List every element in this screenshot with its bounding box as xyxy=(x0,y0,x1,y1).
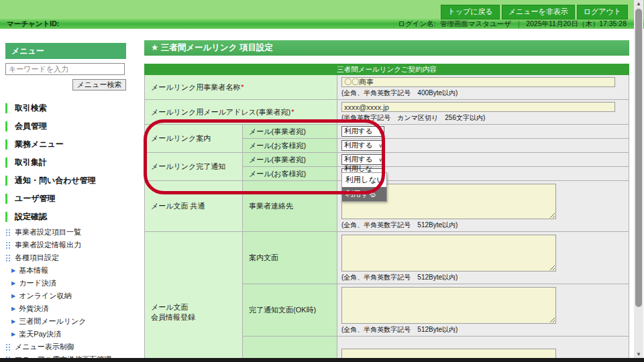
guide-text-sub-cell: 案内文面 xyxy=(243,232,337,284)
logout-button[interactable]: ログアウト xyxy=(577,5,628,19)
sidebar-item-rakuten-pay[interactable]: ▶楽天Pay決済 xyxy=(5,328,126,341)
required-asterisk: * xyxy=(241,83,244,91)
sidebar-item-jigyosha-komoku-ichiran[interactable]: 事業者設定項目一覧 xyxy=(5,226,126,239)
back-to-top-button[interactable]: トップに戻る xyxy=(441,5,499,19)
sidebar-menu-header: メニュー xyxy=(5,43,126,59)
sidebar-item-gaika-kessai[interactable]: ▶外貨決済 xyxy=(5,302,126,315)
top-buttons: トップに戻る メニューを非表示 ログアウト xyxy=(441,5,628,19)
ok-text-sub-cell: 完了通知文面(OK時) xyxy=(243,284,337,337)
business-contact-note: (全角、半角英数字記号 512Byte以内) xyxy=(341,221,629,230)
hide-menu-button[interactable]: メニューを非表示 xyxy=(502,5,575,19)
complete-label-cell: メールリンク完了通知 xyxy=(145,153,243,181)
guide-business-select[interactable]: 利用する ∨ xyxy=(341,126,384,137)
bottom-black-bar xyxy=(0,358,644,362)
usage-select-dropdown: 利用しない 利用する xyxy=(341,172,387,202)
guide-text-textarea[interactable] xyxy=(341,235,556,272)
grip-icon xyxy=(6,254,11,261)
sidebar-item-kaiin-kanri[interactable]: 会員管理 xyxy=(5,117,126,135)
sidebar-item-gyomu-menu[interactable]: 業務メニュー xyxy=(5,135,126,154)
dropdown-option-not-use[interactable]: 利用しない xyxy=(342,173,386,187)
scroll-up-icon[interactable]: ▲ xyxy=(634,1,643,7)
section-accent-bar xyxy=(5,158,7,168)
dropdown-option-use[interactable]: 利用する xyxy=(342,187,386,201)
sidebar-item-card-kessai[interactable]: ▶カード決済 xyxy=(5,277,126,290)
sidebar-item-online-shunou[interactable]: ▶オンライン収納 xyxy=(5,290,126,302)
arrow-right-icon: ▶ xyxy=(11,280,15,286)
chevron-down-icon: ∨ xyxy=(378,157,382,163)
vertical-scrollbar[interactable]: ▲ ▼ xyxy=(634,0,643,362)
login-info: ログイン名: 管理画面マスタユーザ ｜ 2025年11月20日（木）17:35:… xyxy=(398,19,627,29)
merchant-id-label: マーチャントID: xyxy=(7,19,59,29)
section-accent-bar xyxy=(5,103,7,113)
grip-icon xyxy=(6,229,11,236)
complete-business-select[interactable]: 利用する ∨ xyxy=(341,154,384,165)
business-name-input[interactable] xyxy=(341,77,615,87)
arrow-right-icon: ▶ xyxy=(11,293,15,299)
complete-sub1-cell: メール(事業者宛) xyxy=(243,153,337,167)
arrow-right-icon: ▶ xyxy=(11,306,15,312)
mail-address-note: (半角英数字記号 カンマ区切り 256文字以内) xyxy=(341,113,629,123)
row-complete-1: メールリンク完了通知 メール(事業者宛) 利用する ∨ xyxy=(145,153,629,167)
ok-notice-note: (全角、半角英数字記号 512Byte以内) xyxy=(341,325,629,335)
section-accent-bar xyxy=(5,139,7,149)
sidebar-menu-list: 取引検索 会員管理 業務メニュー 取引集計 通知・問い合わせ管理 ユーザ管理 設… xyxy=(5,99,126,362)
sidebar-item-menu-hyoji-seigyo[interactable]: メニュー表示制御 xyxy=(5,341,126,353)
guide-text-note: (全角、半角英数字記号 512Byte以内) xyxy=(341,273,629,282)
ok-notice-textarea[interactable] xyxy=(341,287,556,324)
section-accent-bar xyxy=(5,212,7,222)
settings-table: 三者間メールリンクご契約内容 メールリンク用事業者名称* (全角、半角英数字記号… xyxy=(144,64,629,362)
guide-sub1-cell: メール(事業者宛) xyxy=(243,125,337,139)
search-button-row: メニュー検索 xyxy=(5,78,126,90)
sidebar-item-tsuchi-toiawase[interactable]: 通知・問い合わせ管理 xyxy=(5,172,126,190)
guide-sub2-cell: メール(お客様宛) xyxy=(243,139,337,153)
arrow-right-icon: ▶ xyxy=(11,267,15,274)
separator: ｜ xyxy=(515,19,522,29)
sidebar-item-jigyosha-joho-shutsuryoku[interactable]: 事業者設定情報出力 xyxy=(5,239,126,251)
sidebar-item-settei-kakunin[interactable]: 設定確認 xyxy=(5,208,126,226)
sidebar-item-kihon-joho[interactable]: ▶基本情報 xyxy=(5,264,126,277)
sidebar-item-torihiki-kensaku[interactable]: 取引検索 xyxy=(5,99,126,117)
arrow-right-icon: ▶ xyxy=(11,318,15,324)
sidebar-item-kakushu-komoku-settei[interactable]: 各種項目設定 xyxy=(5,251,126,264)
arrow-right-icon: ▶ xyxy=(11,331,15,337)
complete-sub2-cell: メール(お客様宛) xyxy=(243,167,337,181)
mail-address-label-cell: メールリンク用メールアドレス(事業者宛)* xyxy=(145,100,337,125)
contract-header: 三者間メールリンクご契約内容 xyxy=(145,64,629,75)
section-accent-bar xyxy=(5,121,7,131)
section-accent-bar xyxy=(5,194,7,204)
chevron-down-icon: ∨ xyxy=(378,143,382,149)
keyword-search-input[interactable] xyxy=(5,63,125,75)
header-band: マーチャントID: ログイン名: 管理画面マスタユーザ ｜ 2025年11月20… xyxy=(0,19,644,29)
common-label-cell: メール文面 共通 xyxy=(145,181,243,232)
row-mail-address: メールリンク用メールアドレス(事業者宛)* (半角英数字記号 カンマ区切り 25… xyxy=(145,100,629,125)
guide-label-cell: メールリンク案内 xyxy=(145,125,243,153)
sidebar-item-user-kanri[interactable]: ユーザ管理 xyxy=(5,190,126,208)
menu-search-button[interactable]: メニュー検索 xyxy=(72,79,126,90)
guide-customer-select[interactable]: 利用する ∨ xyxy=(341,140,384,151)
section-accent-bar xyxy=(5,176,7,186)
grip-icon xyxy=(6,241,11,249)
grip-icon xyxy=(6,343,11,351)
sidebar: メニュー メニュー検索 取引検索 会員管理 業務メニュー 取引集計 通知・問い合… xyxy=(5,43,126,362)
common-sub-cell: 事業者連絡先 xyxy=(243,181,337,232)
login-user-name: 管理画面マスタユーザ xyxy=(440,19,511,29)
row-guide-text: メール文面 会員情報登録 案内文面 (全角、半角英数字記号 512Byte以内) xyxy=(145,232,629,284)
scroll-down-icon[interactable]: ▼ xyxy=(634,351,643,357)
chevron-down-icon: ∨ xyxy=(378,129,382,135)
login-name-label: ログイン名: xyxy=(398,19,435,29)
business-name-label-cell: メールリンク用事業者名称* xyxy=(145,75,337,100)
row-guide-1: メールリンク案内 メール(事業者宛) 利用する ∨ xyxy=(145,125,629,139)
row-business-name: メールリンク用事業者名称* (全角、半角英数字記号 400Byte以内) xyxy=(145,75,629,100)
required-asterisk: * xyxy=(291,108,294,116)
datetime-label: 2025年11月20日（木）17:35:28 xyxy=(526,19,627,29)
sidebar-item-torihiki-shukei[interactable]: 取引集計 xyxy=(5,154,126,172)
member-label-cell: メール文面 会員情報登録 xyxy=(145,232,243,362)
scrollbar-thumb[interactable] xyxy=(635,9,642,307)
business-name-note: (全角、半角英数字記号 400Byte以内) xyxy=(341,88,629,98)
sidebar-item-sanshakan-maillink[interactable]: ▶三者間メールリンク xyxy=(5,315,126,328)
page-title: ★ 三者間メールリンク 項目設定 xyxy=(144,40,629,56)
mail-address-input[interactable] xyxy=(341,102,615,112)
